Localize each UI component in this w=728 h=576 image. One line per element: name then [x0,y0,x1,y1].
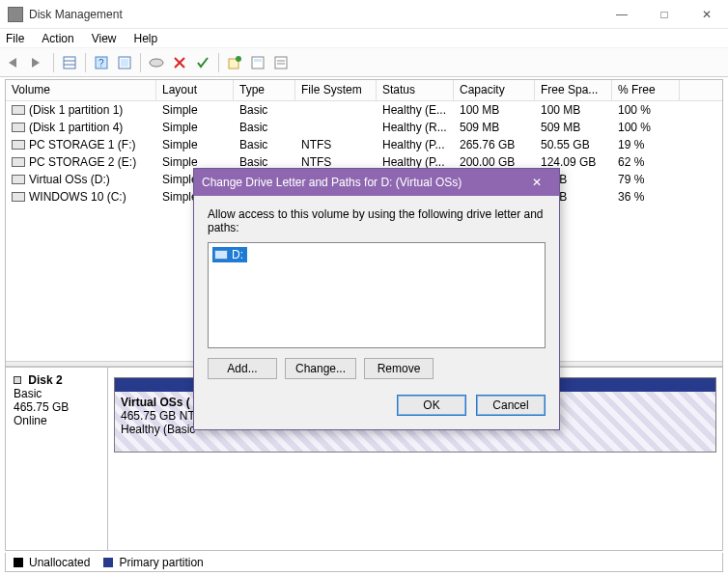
toolbar-separator [218,53,219,72]
volume-pct: 62 % [612,154,680,170]
dialog-title-bar[interactable]: Change Drive Letter and Paths for D: (Vi… [194,169,559,196]
ok-button[interactable]: OK [397,395,466,416]
volume-name: WINDOWS 10 (C:) [29,190,126,204]
disk-type: Basic [14,387,42,400]
disk-status: Online [14,414,47,427]
toolbar-separator [53,53,54,72]
nav-forward-button[interactable] [27,52,48,73]
svg-rect-0 [64,57,75,69]
view-list-icon[interactable] [59,52,80,73]
column-capacity[interactable]: Capacity [454,80,535,101]
check-icon[interactable] [192,52,213,73]
volume-name: (Disk 1 partition 4) [29,121,123,134]
properties-icon[interactable] [247,52,268,73]
add-button[interactable]: Add... [208,358,277,379]
cancel-button[interactable]: Cancel [476,395,546,416]
volume-status: Healthy (P... [377,137,454,152]
volume-type: Basic [234,102,295,118]
volume-layout: Simple [156,120,234,135]
toolbar-separator [85,53,86,72]
column-status[interactable]: Status [377,80,454,101]
legend-unallocated-swatch [14,558,23,567]
toolbar: ? [0,48,728,77]
partition-status: Healthy (Basic [121,423,195,436]
legend-bar: Unallocated Primary partition [5,553,723,572]
volume-layout: Simple [156,137,234,152]
column-volume[interactable]: Volume [6,80,156,101]
volume-pct: 79 % [612,172,680,187]
rescan-disks-icon[interactable] [146,52,167,73]
drive-path-label: D: [232,248,243,261]
volume-name: Virtual OSs (D:) [29,173,110,186]
column-layout[interactable]: Layout [156,80,234,101]
drive-icon [12,123,25,132]
drive-icon [214,250,228,260]
drive-icon [12,140,25,150]
change-drive-letter-dialog: Change Drive Letter and Paths for D: (Vi… [193,168,560,430]
menu-view[interactable]: View [92,32,117,45]
disk-label-box[interactable]: Disk 2 Basic 465.75 GB Online [6,368,108,550]
disk-size: 465.75 GB [14,400,69,414]
volume-name: (Disk 1 partition 1) [29,103,123,117]
menu-action[interactable]: Action [42,32,73,45]
close-button[interactable]: ✕ [686,0,728,29]
minimize-button[interactable]: — [601,0,643,29]
nav-back-button[interactable] [4,52,25,73]
volume-fs [295,109,377,111]
column-free-space[interactable]: Free Spa... [535,80,612,101]
drive-icon [12,192,25,202]
volume-capacity: 509 MB [454,120,535,135]
column-filesystem[interactable]: File System [295,80,377,101]
refresh-icon[interactable] [114,52,135,73]
volume-pct: 100 % [612,102,680,118]
drive-paths-listbox[interactable]: D: [208,242,546,348]
change-button[interactable]: Change... [285,358,356,379]
dialog-title: Change Drive Letter and Paths for D: (Vi… [202,176,462,189]
new-volume-icon[interactable] [224,52,245,73]
disk-name: Disk 2 [28,373,62,387]
legend-primary-swatch [103,558,113,567]
svg-rect-10 [252,57,264,69]
volume-status: Healthy (R... [377,120,454,135]
drive-icon [12,105,25,115]
legend-primary-label: Primary partition [119,556,203,569]
volume-fs [295,126,377,128]
partition-size: 465.75 GB NTF [121,409,202,423]
volume-type: Basic [234,120,295,135]
column-type[interactable]: Type [234,80,295,101]
volume-free: 509 MB [535,120,612,135]
volume-pct: 19 % [612,137,680,152]
delete-icon[interactable] [169,52,190,73]
svg-rect-6 [121,59,128,67]
maximize-button[interactable]: □ [643,0,686,29]
svg-point-9 [236,56,241,62]
volume-pct: 36 % [612,189,680,205]
remove-button[interactable]: Remove [364,358,434,379]
app-icon [8,7,23,22]
volume-name: PC STORAGE 2 (E:) [29,155,136,169]
disk-bullet-icon [14,376,21,384]
table-row[interactable]: (Disk 1 partition 1)SimpleBasicHealthy (… [6,101,722,119]
volume-name: PC STORAGE 1 (F:) [29,138,135,151]
table-row[interactable]: PC STORAGE 1 (F:)SimpleBasicNTFSHealthy … [6,136,722,153]
drive-path-item[interactable]: D: [212,247,247,262]
drive-icon [12,175,25,184]
svg-rect-12 [275,57,287,69]
volume-pct: 100 % [612,120,680,135]
table-row[interactable]: (Disk 1 partition 4)SimpleBasicHealthy (… [6,119,722,136]
column-pct-free[interactable]: % Free [612,80,680,101]
volume-type: Basic [234,137,295,152]
svg-text:?: ? [98,58,104,69]
volume-capacity: 100 MB [454,102,535,118]
column-spacer [680,80,722,101]
menu-help[interactable]: Help [134,32,158,45]
volume-capacity: 265.76 GB [454,137,535,152]
menu-file[interactable]: File [6,32,24,45]
toolbar-separator [140,53,141,72]
legend-unallocated-label: Unallocated [29,556,90,569]
svg-rect-11 [254,59,262,62]
dialog-close-button[interactable]: ✕ [522,176,551,189]
help-icon[interactable]: ? [91,52,112,73]
svg-point-7 [150,59,163,67]
settings-icon[interactable] [270,52,292,73]
